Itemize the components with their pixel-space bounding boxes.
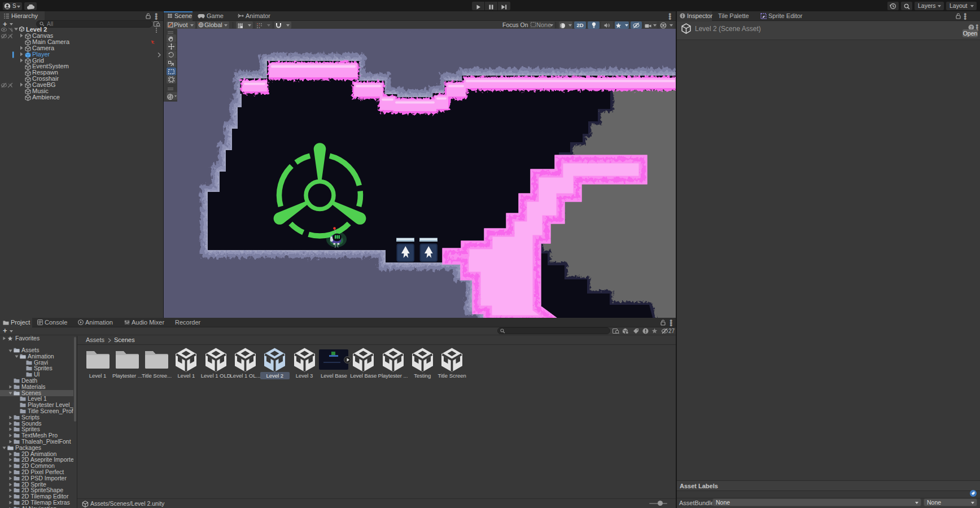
svg-text:Ambience: Ambience	[32, 94, 60, 100]
